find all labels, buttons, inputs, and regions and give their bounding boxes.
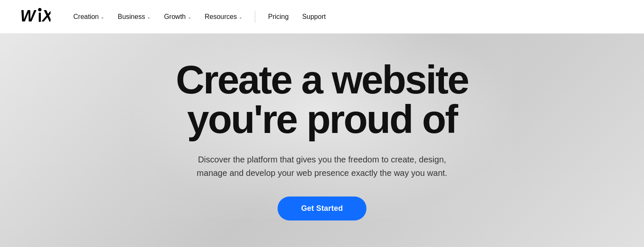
logo-text: W X: [20, 7, 51, 27]
nav-label-pricing: Pricing: [268, 13, 289, 21]
hero-title: Create a website you're proud of: [176, 60, 468, 139]
nav-label-support: Support: [302, 13, 326, 21]
svg-point-1: [38, 8, 42, 11]
hero-subtitle: Discover the platform that gives you the…: [187, 153, 457, 180]
chevron-down-icon: ⌄: [188, 15, 191, 19]
svg-text:X: X: [41, 7, 51, 23]
nav-item-creation[interactable]: Creation ⌄: [67, 10, 110, 24]
nav-label-business: Business: [118, 13, 145, 21]
nav-label-creation: Creation: [73, 13, 99, 21]
chevron-down-icon: ⌄: [101, 15, 104, 19]
hero-content: Create a website you're proud of Discove…: [166, 60, 478, 220]
main-nav: W X Creation ⌄ Business ⌄ Growth ⌄: [0, 0, 644, 34]
svg-rect-2: [39, 13, 41, 22]
chevron-down-icon: ⌄: [239, 15, 242, 19]
svg-text:W: W: [20, 7, 37, 23]
nav-item-business[interactable]: Business ⌄: [112, 10, 156, 24]
nav-item-support[interactable]: Support: [296, 10, 331, 24]
logo[interactable]: W X: [20, 7, 51, 27]
hero-section: Create a website you're proud of Discove…: [0, 34, 644, 247]
nav-dropdown-links: Creation ⌄ Business ⌄ Growth ⌄ Resources…: [67, 10, 624, 24]
nav-item-pricing[interactable]: Pricing: [262, 10, 294, 24]
hero-title-line2: you're proud of: [187, 97, 457, 141]
nav-item-resources[interactable]: Resources ⌄: [199, 10, 248, 24]
chevron-down-icon: ⌄: [147, 15, 150, 19]
hero-title-line1: Create a website: [176, 58, 468, 102]
nav-label-growth: Growth: [164, 13, 186, 21]
nav-divider: [255, 11, 255, 23]
nav-item-growth[interactable]: Growth ⌄: [158, 10, 197, 24]
hero-cta-button[interactable]: Get Started: [278, 197, 366, 220]
nav-label-resources: Resources: [205, 13, 237, 21]
